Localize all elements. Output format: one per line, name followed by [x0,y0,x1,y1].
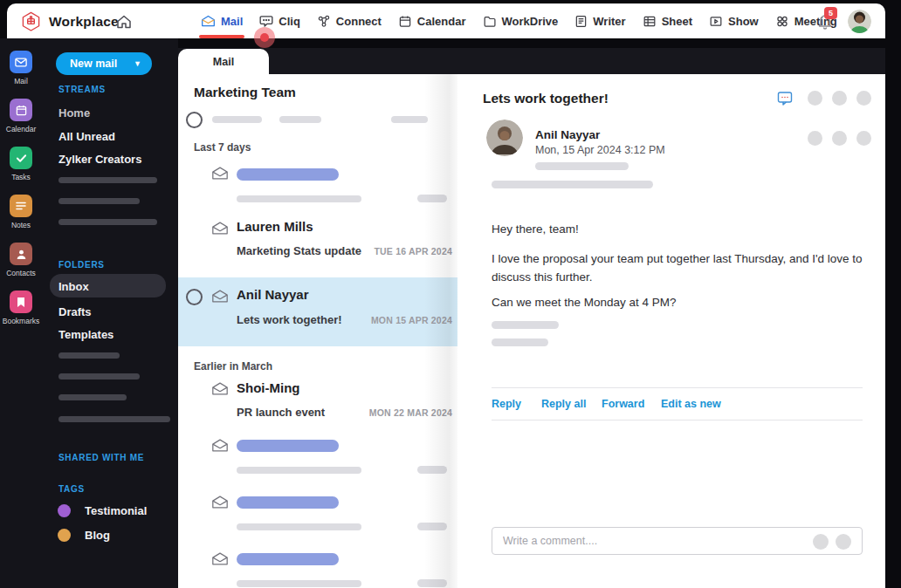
comment-action-icon[interactable] [813,534,829,550]
topnav-show[interactable]: Show [709,3,759,38]
sidebar-item-home[interactable]: Home [58,106,90,120]
comment-action-icon[interactable] [836,534,851,550]
calendar-icon [16,105,27,116]
skeleton-subject-bar[interactable] [237,496,339,509]
app-window: Workplace Mail [0,0,901,588]
skeleton-bar [58,373,140,379]
skeleton-bar [58,394,127,400]
shared-section-header: SHARED WITH ME [58,453,144,462]
skeleton-bar [237,580,361,587]
topnav-workdrive[interactable]: WorkDrive [483,3,559,38]
chevron-down-icon[interactable]: ▼ [134,59,152,68]
topnav-connect[interactable]: Connect [317,3,382,38]
topnav-mail[interactable]: Mail [201,3,243,38]
skeleton-bar [417,466,447,474]
sidebar-item-all-unread[interactable]: All Unread [58,130,115,143]
rail-notes-app[interactable] [10,195,32,217]
reply-button[interactable]: Reply [492,398,521,410]
meeting-icon [775,15,789,28]
topnav-writer[interactable]: Writer [574,3,625,38]
skeleton-bar [212,116,262,123]
notification-bell-icon[interactable]: 5 [817,13,833,30]
body-paragraph: Can we meet the Monday at 4 PM? [492,294,677,312]
tag-color-dot [58,529,71,542]
comments-icon[interactable] [777,91,794,106]
select-all-checkbox[interactable] [186,112,203,128]
active-tab-underline [199,35,244,38]
skeleton-bar [58,352,120,359]
skeleton-bar [58,177,157,183]
skeleton-bar [279,116,321,123]
toolbar-placeholder-icon[interactable] [808,91,822,106]
sidebar-item-drafts[interactable]: Drafts [58,305,92,318]
skeleton-bar [535,162,629,170]
toolbar-placeholder-icon[interactable] [856,91,871,106]
open-envelope-icon [211,551,229,566]
list-group-label: Earlier in March [194,360,272,373]
comment-box [492,527,863,555]
forward-button[interactable]: Forward [602,398,644,410]
rail-notes-label: Notes [0,221,42,229]
mail-row-sender[interactable]: Shoi-Ming [237,380,299,395]
skeleton-bar [417,579,447,587]
user-avatar[interactable] [848,10,871,33]
top-bar: Workplace Mail [7,3,885,38]
skeleton-bar [417,195,447,202]
divider [492,387,863,388]
toolbar-placeholder-icon[interactable] [832,91,847,106]
mail-row-selected[interactable] [178,277,457,346]
mail-detail-pane [457,74,885,588]
check-icon [16,154,27,163]
presentation-icon [709,15,723,28]
skeleton-bar [492,321,559,329]
mail-row-subject[interactable]: PR launch event [237,406,325,419]
open-envelope-icon [211,221,229,236]
mail-row-checkbox[interactable] [186,289,203,305]
toolbar-placeholder-icon[interactable] [856,131,871,146]
comment-input[interactable] [503,528,800,554]
skeleton-bar [237,467,361,474]
body-paragraph: I love the proposal your team put togeth… [492,250,865,287]
home-icon[interactable] [115,13,133,31]
mail-row-sender[interactable]: Lauren Mills [237,219,313,234]
spreadsheet-icon [643,15,657,28]
body-paragraph: Hey there, team! [492,221,579,239]
topnav-calendar[interactable]: Calendar [398,3,466,38]
rail-contacts-app[interactable] [10,243,32,265]
skeleton-subject-bar[interactable] [237,553,339,565]
rail-calendar-app[interactable] [10,99,32,121]
edit-as-new-button[interactable]: Edit as new [661,398,721,410]
rail-bookmarks-app[interactable] [10,291,32,313]
tab-strip [178,48,885,74]
sidebar-tag-blog[interactable]: Blog [85,529,110,542]
streams-section-header: STREAMS [58,85,106,94]
network-icon [317,15,331,28]
mail-row-sender[interactable]: Anil Nayyar [237,287,309,302]
rail-tasks-label: Tasks [0,173,42,181]
tag-color-dot [58,504,71,517]
rail-mail-label: Mail [0,77,42,85]
reply-all-button[interactable]: Reply all [541,398,586,410]
skeleton-bar [237,523,361,530]
topnav-sheet[interactable]: Sheet [643,3,692,38]
sidebar-item-templates[interactable]: Templates [58,328,113,341]
detail-subject: Lets work together! [483,91,609,106]
notes-icon [16,202,26,210]
rail-mail-app[interactable] [10,51,32,73]
zoho-logo-icon[interactable] [21,11,41,31]
cursor-click-indicator-center [260,33,269,42]
skeleton-subject-bar[interactable] [237,168,339,181]
tab-mail[interactable]: Mail [178,49,269,74]
new-mail-button[interactable]: New mail ▼ [56,52,152,75]
sidebar-item-inbox[interactable]: Inbox [58,280,89,293]
sender-avatar [486,120,523,156]
skeleton-bar [417,523,447,530]
rail-tasks-app[interactable] [10,147,32,169]
toolbar-placeholder-icon[interactable] [832,131,847,146]
folder-icon [483,15,497,28]
sidebar-tag-testimonial[interactable]: Testimonial [85,504,147,517]
toolbar-placeholder-icon[interactable] [808,131,822,146]
sidebar-item-zylker-creators[interactable]: Zylker Creators [58,153,141,166]
mail-row-date: TUE 16 APR 2024 [313,246,452,256]
skeleton-subject-bar[interactable] [237,440,339,452]
